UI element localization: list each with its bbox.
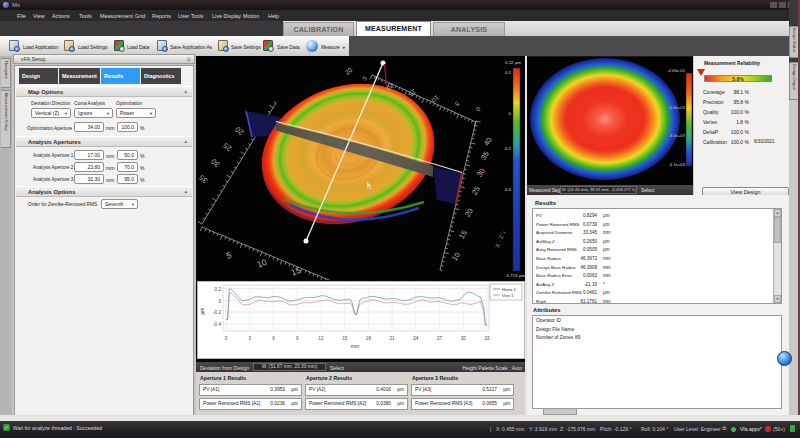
svg-text:6: 6 [272,336,275,341]
svg-text:Vert 1: Vert 1 [502,293,514,298]
svg-text:0: 0 [225,336,228,341]
svg-text:0.22 µm: 0.22 µm [505,60,521,65]
svg-text:µm: µm [199,307,205,314]
svg-text:18: 18 [366,336,372,341]
svg-text:-3.0e+03: -3.0e+03 [668,133,685,138]
svg-text:Horiz 1: Horiz 1 [502,287,516,292]
svg-text:33: 33 [484,336,490,341]
svg-text:mm: mm [351,343,359,349]
svg-text:0: 0 [218,299,221,304]
svg-text:15: 15 [342,336,348,341]
svg-text:0.2: 0.2 [215,287,222,292]
svg-text:21: 21 [390,336,396,341]
svg-text:-0.2: -0.2 [503,146,511,151]
svg-text:-1.5e+03: -1.5e+03 [668,105,685,110]
svg-text:-4.05e-01: -4.05e-01 [667,68,686,73]
svg-text:-0.713 µm: -0.713 µm [505,273,525,278]
svg-text:-0.4: -0.4 [213,322,221,327]
svg-text:-4.1e+03: -4.1e+03 [668,162,685,167]
svg-text:27: 27 [437,336,443,341]
svg-text:-0.2: -0.2 [213,310,221,315]
svg-text:12: 12 [318,336,324,341]
svg-text:0.2: 0.2 [505,70,512,75]
svg-text:30: 30 [461,336,467,341]
svg-text:24: 24 [413,336,419,341]
svg-text:3: 3 [248,336,251,341]
svg-text:9: 9 [296,336,299,341]
svg-text:-0.4: -0.4 [503,187,511,192]
